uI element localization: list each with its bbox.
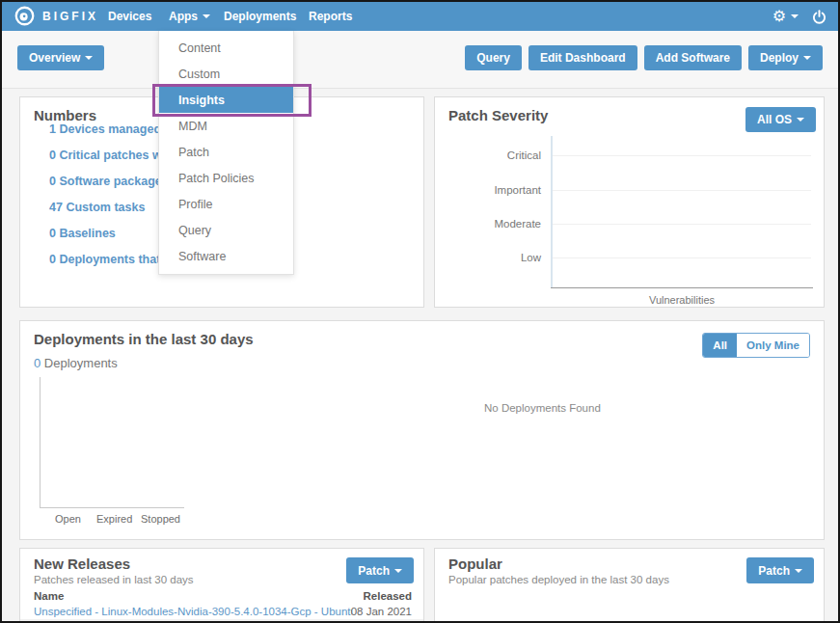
patch-severity-title: Patch Severity — [448, 107, 548, 123]
apps-dropdown-menu: Content Custom Insights MDM Patch Patch … — [158, 31, 294, 275]
x-axis-line — [40, 507, 184, 508]
popular-panel: Popular Popular patches deployed in the … — [434, 548, 825, 623]
settings-gear-icon[interactable]: ⚙ — [772, 9, 799, 24]
release-date: 08 Jan 2021 — [351, 606, 412, 617]
caret-down-icon — [203, 14, 210, 18]
nav-item-deployments[interactable]: Deployments — [224, 2, 296, 31]
menu-item-custom[interactable]: Custom — [159, 61, 293, 87]
menu-item-patch[interactable]: Patch — [159, 139, 293, 165]
critical-patches-link[interactable]: 0 Critical patches wi — [49, 149, 165, 162]
popular-subtitle: Popular patches deployed in the last 30 … — [448, 574, 669, 585]
tick-expired: Expired — [96, 513, 132, 525]
column-name: Name — [34, 590, 64, 602]
release-date: 08 Jan 2021 — [351, 619, 412, 623]
top-navbar: BIGFIX Devices Apps Deployments Reports … — [2, 2, 838, 31]
deployments-count-number[interactable]: 0 — [34, 356, 41, 370]
table-row: Unspecified - Linux-Modules-Nvidia-390-5… — [20, 619, 423, 623]
software-packages-link[interactable]: 0 Software packages — [49, 175, 169, 188]
custom-tasks-link[interactable]: 47 Custom tasks — [49, 201, 145, 214]
severity-tick-moderate: Moderate — [435, 218, 541, 230]
all-os-filter-button[interactable]: All OS — [745, 107, 816, 132]
deploy-button[interactable]: Deploy — [748, 45, 823, 70]
nav-item-reports[interactable]: Reports — [309, 2, 352, 31]
deployments-title: Deployments in the last 30 days — [34, 331, 254, 347]
new-releases-title: New Releases — [34, 555, 130, 572]
deployments-link[interactable]: 0 Deployments that — [49, 253, 160, 266]
nav-item-apps[interactable]: Apps — [169, 2, 210, 31]
menu-item-insights[interactable]: Insights — [159, 87, 293, 113]
brand-name: BIGFIX — [42, 10, 98, 23]
toggle-all[interactable]: All — [703, 334, 737, 357]
menu-item-mdm[interactable]: MDM — [159, 113, 293, 139]
table-row: Unspecified - Linux-Modules-Nvidia-390-5… — [20, 606, 423, 619]
dashboard-toolbar: Overview Query Edit Dashboard Add Softwa… — [2, 31, 838, 89]
bigfix-logo[interactable]: BIGFIX — [14, 6, 98, 26]
deployments-panel: Deployments in the last 30 days 0 Deploy… — [19, 320, 825, 540]
nav-item-devices[interactable]: Devices — [108, 2, 151, 31]
devices-managed-link[interactable]: 1 Devices managed — [49, 122, 161, 136]
numbers-title: Numbers — [34, 107, 96, 123]
x-axis-line — [551, 287, 813, 288]
menu-item-query[interactable]: Query — [159, 217, 293, 243]
gridline — [553, 257, 811, 258]
gridline — [553, 224, 811, 225]
caret-down-icon — [803, 56, 811, 60]
caret-down-icon — [394, 569, 402, 573]
y-axis-line — [551, 136, 553, 288]
menu-item-profile[interactable]: Profile — [159, 191, 293, 217]
menu-item-patch-policies[interactable]: Patch Policies — [159, 165, 293, 191]
tick-stopped: Stopped — [141, 513, 180, 525]
navbar-right-controls: ⚙ — [772, 2, 826, 31]
caret-down-icon — [85, 56, 93, 60]
table-header: Name Released — [20, 590, 423, 605]
new-releases-subtitle: Patches released in last 30 days — [34, 574, 194, 585]
patch-link[interactable]: Unspecified - Linux-Modules-Nvidia-390-5… — [34, 619, 352, 623]
add-software-button[interactable]: Add Software — [644, 45, 742, 70]
severity-tick-important: Important — [435, 184, 541, 196]
popular-patch-button[interactable]: Patch — [746, 557, 814, 583]
overview-button[interactable]: Overview — [17, 45, 104, 70]
toggle-only-mine[interactable]: Only Mine — [737, 334, 809, 357]
caret-down-icon — [791, 14, 799, 18]
column-released: Released — [363, 590, 412, 602]
severity-tick-low: Low — [435, 252, 541, 263]
caret-down-icon — [795, 569, 802, 573]
logout-power-icon[interactable] — [812, 10, 826, 24]
new-releases-panel: New Releases Patches released in last 30… — [19, 548, 424, 623]
patch-severity-panel: Patch Severity All OS Critical Important… — [434, 96, 825, 308]
tick-open: Open — [55, 513, 81, 525]
baselines-link[interactable]: 0 Baselines — [49, 227, 116, 240]
edit-dashboard-button[interactable]: Edit Dashboard — [528, 45, 637, 70]
bigfix-logo-icon — [14, 6, 35, 26]
x-axis-label: Vulnerabilities — [551, 294, 813, 306]
deployments-count: 0 Deployments — [34, 356, 118, 370]
menu-item-content[interactable]: Content — [159, 35, 293, 61]
y-axis-line — [40, 377, 41, 508]
query-button[interactable]: Query — [465, 45, 522, 70]
bigfix-dashboard: BIGFIX Devices Apps Deployments Reports … — [0, 0, 840, 623]
toolbar-actions: Query Edit Dashboard Add Software Deploy — [465, 45, 823, 70]
gridline — [553, 190, 811, 191]
popular-title: Popular — [448, 555, 502, 572]
new-releases-patch-button[interactable]: Patch — [346, 557, 414, 583]
no-deployments-message: No Deployments Found — [484, 402, 601, 414]
patch-link[interactable]: Unspecified - Linux-Modules-Nvidia-390-5… — [34, 606, 352, 617]
severity-tick-critical: Critical — [435, 149, 541, 161]
menu-item-software[interactable]: Software — [159, 243, 293, 269]
deployments-scope-toggle: All Only Mine — [702, 333, 810, 358]
caret-down-icon — [797, 118, 804, 122]
gridline — [553, 155, 811, 156]
